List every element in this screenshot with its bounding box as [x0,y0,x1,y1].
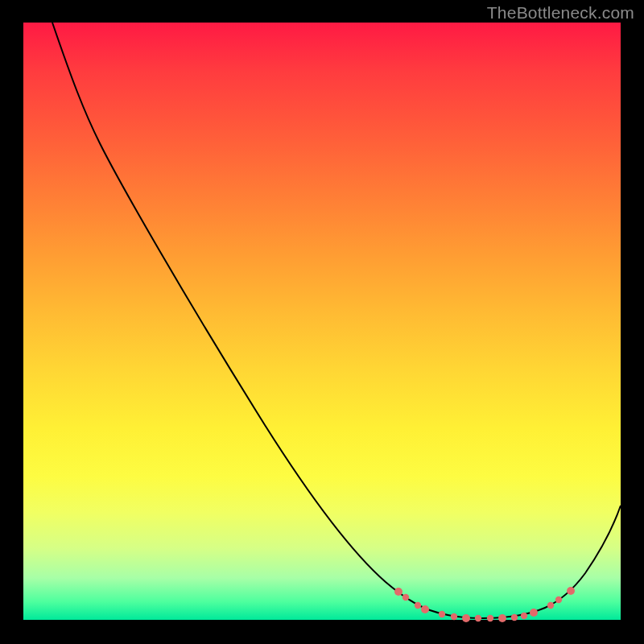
data-point [451,613,457,620]
data-point [487,615,493,621]
watermark-text: TheBottleneck.com [487,3,634,23]
data-point [547,602,554,609]
data-point [421,605,429,613]
data-point [530,609,538,617]
data-point [402,594,409,601]
chart-svg [23,23,621,620]
data-point [498,614,506,622]
data-point [462,614,470,622]
data-point [521,613,527,619]
data-point [567,587,575,595]
data-point [475,615,481,621]
curve-layer [52,23,621,618]
dots-layer [394,587,575,622]
data-point [415,602,421,609]
bottleneck-curve [52,23,621,618]
data-point [511,614,518,621]
data-point [394,588,402,596]
data-point [439,611,445,617]
data-point [555,597,562,603]
